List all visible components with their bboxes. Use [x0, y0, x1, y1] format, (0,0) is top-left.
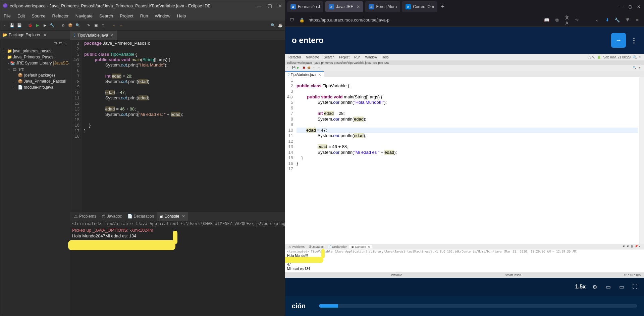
browser-tab-correo[interactable]: oCorreo: Om [402, 1, 437, 12]
menu-refactor[interactable]: Refactor [52, 13, 69, 18]
save-icon[interactable]: 💾 [9, 22, 15, 29]
main-toolbar: ▫ 💾 💾 🐞 ▶ ▶ 🔧 © 📦 🔍 ✎ ▣ ¶ ← → 🔍 ☕ [0, 20, 285, 31]
translate-icon[interactable]: 文A [564, 14, 570, 26]
menu-project[interactable]: Project [120, 13, 133, 18]
search-toolbar-icon[interactable]: 🔍 [270, 22, 276, 29]
bookmark-icon[interactable]: ☆ [574, 17, 580, 22]
video-controls: 1.5x ⚙ ▭ ▭ ⛶ [285, 278, 644, 296]
code-editor[interactable]: package Java_Primeros_PasosII; public cl… [82, 40, 285, 212]
course-header: o entero → ⋮ [285, 27, 644, 54]
nav-back-icon[interactable]: ← [111, 22, 117, 29]
nav-fwd-icon[interactable]: → [118, 22, 124, 29]
close-browser-icon[interactable]: ✕ [635, 4, 642, 9]
perspective-java-icon[interactable]: ☕ [277, 22, 283, 29]
console-close-icon[interactable]: ✕ [182, 214, 185, 219]
more-icon[interactable]: ⋮ [631, 36, 637, 44]
collapse-all-icon[interactable]: ⇆ [54, 41, 57, 45]
tree-item[interactable]: ⌄🗂src [1, 66, 69, 72]
save-all-icon[interactable]: 💾 [16, 22, 22, 29]
browser-tab-formacion[interactable]: aFormación J [287, 1, 323, 12]
shield-icon[interactable]: 🛡 [288, 17, 295, 22]
tree-item[interactable]: ›📚JRE System Library [JavaSE-1 [1, 60, 69, 66]
outlook-icon: o [406, 4, 411, 9]
tab-declaration[interactable]: 📄Declaration [125, 212, 157, 221]
lock-icon[interactable]: 🔒 [299, 17, 305, 22]
tree-item[interactable]: 📦(default package) [1, 72, 69, 78]
console-output[interactable]: Picked up _JAVA_OPTIONS: -Xmx1024m Hola … [70, 227, 285, 316]
menu-window[interactable]: Window [155, 13, 170, 18]
link-editor-icon[interactable]: ⇄ [59, 41, 62, 45]
alura-icon: a [369, 4, 374, 9]
downloads-icon[interactable]: ⬇ [604, 17, 610, 22]
new-tab-icon[interactable]: + [439, 3, 446, 10]
settings-icon[interactable]: ⚙ [590, 282, 599, 291]
subtitles-icon[interactable]: ▭ [604, 282, 612, 291]
menu-run[interactable]: Run [140, 13, 148, 18]
fullscreen-icon[interactable]: ⛶ [631, 282, 639, 291]
url-input[interactable]: https://app.aluracursos.com/course/java-… [309, 17, 540, 22]
editor-pane: J TipoVariable.java ✕ 1234⊖5678910111213… [70, 31, 285, 316]
debug-icon[interactable]: 🐞 [27, 22, 33, 29]
menu-navigate[interactable]: Navigate [75, 13, 93, 18]
coverage-icon[interactable]: ▶ [42, 22, 48, 29]
pip-icon[interactable]: ⧉ [553, 17, 560, 23]
maximize-icon[interactable]: ▢ [268, 3, 272, 8]
playback-speed[interactable]: 1.5x [575, 284, 586, 290]
tab-console[interactable]: ▣Console✕ [157, 212, 188, 221]
tab-problems[interactable]: ⚠Problems [71, 212, 99, 221]
menu-file[interactable]: File [4, 13, 11, 18]
editor-tab-tipovariable[interactable]: J TipoVariable.java ✕ [70, 31, 117, 40]
devtools-icon[interactable]: 🔧 [614, 17, 621, 22]
close-icon[interactable]: ✕ [278, 3, 282, 8]
menubar: File Edit Source Refactor Navigate Searc… [0, 11, 285, 20]
browser-tab-foro[interactable]: aForo | Alura [365, 1, 400, 12]
run-icon[interactable]: ▶ [35, 22, 41, 29]
console-icon: ▣ [159, 214, 163, 219]
min-icon[interactable]: — [618, 4, 625, 9]
console-terminated-line: <terminated> TipoVariable [Java Applicat… [70, 221, 285, 227]
hamburger-icon[interactable]: ≡ [634, 17, 641, 22]
toggle-mark-icon[interactable]: ✎ [86, 22, 92, 29]
menu-search[interactable]: Search [99, 13, 113, 18]
new-icon[interactable]: ▫ [2, 22, 8, 29]
browser-tabstrip: aFormación J aJava JRE✕ aForo | Alura oC… [285, 0, 644, 13]
video-player[interactable]: Refactor Navigate Search Project Run Win… [285, 54, 644, 296]
package-explorer: 📂 Package Explorer ✕ ⇆ ⇄ ⋮ ›📁java_primer… [0, 31, 70, 316]
tab-close-icon[interactable]: ✕ [110, 33, 113, 38]
tab-javadoc[interactable]: @Javadoc [99, 212, 125, 221]
tree-item[interactable]: ›📄module-info.java [1, 84, 69, 90]
extensions-icon[interactable]: ⧩ [624, 17, 631, 23]
new-package-icon[interactable]: 📦 [67, 22, 73, 29]
tree-item[interactable]: ›📁java_primeros_pasos [1, 48, 69, 54]
tree-item[interactable]: ⌄📁Java_Primeros_PasosII [1, 54, 69, 60]
yellow-highlight-annotation [68, 240, 175, 250]
section-label: ción [292, 302, 306, 310]
view-menu-icon[interactable]: ⋮ [64, 41, 68, 45]
theater-icon[interactable]: ▭ [617, 282, 626, 291]
show-whitespace-icon[interactable]: ¶ [100, 22, 106, 29]
section-row[interactable]: ción [285, 296, 644, 316]
next-lesson-button[interactable]: → [611, 33, 626, 48]
menu-help[interactable]: Help [177, 13, 186, 18]
new-class-icon[interactable]: © [60, 22, 66, 29]
tab-close-icon[interactable]: ✕ [357, 4, 360, 9]
progress-bar [319, 304, 637, 308]
page-content: o entero → ⋮ Refactor Navigate Search Pr… [285, 27, 644, 316]
menu-source[interactable]: Source [32, 13, 45, 18]
javadoc-icon: @ [102, 214, 106, 219]
eclipse-logo-icon [3, 3, 8, 8]
java-file-icon: J [73, 33, 75, 38]
menu-edit[interactable]: Edit [17, 13, 25, 18]
max-icon[interactable]: ▢ [627, 4, 633, 9]
tree-item[interactable]: ›📦Java_Primeros_PasosII [1, 78, 69, 84]
reader-icon[interactable]: 📖 [543, 17, 550, 22]
close-view-icon[interactable]: ✕ [43, 33, 47, 37]
video-editor-tab: JTipoVariable.java✕ [285, 71, 324, 77]
video-statusbar: Writable Smart Insert 10 : 10 : 185 [285, 272, 644, 278]
minimize-icon[interactable]: — [257, 3, 262, 8]
ext-tools-icon[interactable]: 🔧 [49, 22, 55, 29]
block-select-icon[interactable]: ▣ [93, 22, 99, 29]
browser-tab-java-jre[interactable]: aJava JRE✕ [325, 1, 363, 12]
open-type-icon[interactable]: 🔍 [75, 22, 81, 29]
pocket-icon[interactable]: ⌄ [594, 17, 600, 22]
